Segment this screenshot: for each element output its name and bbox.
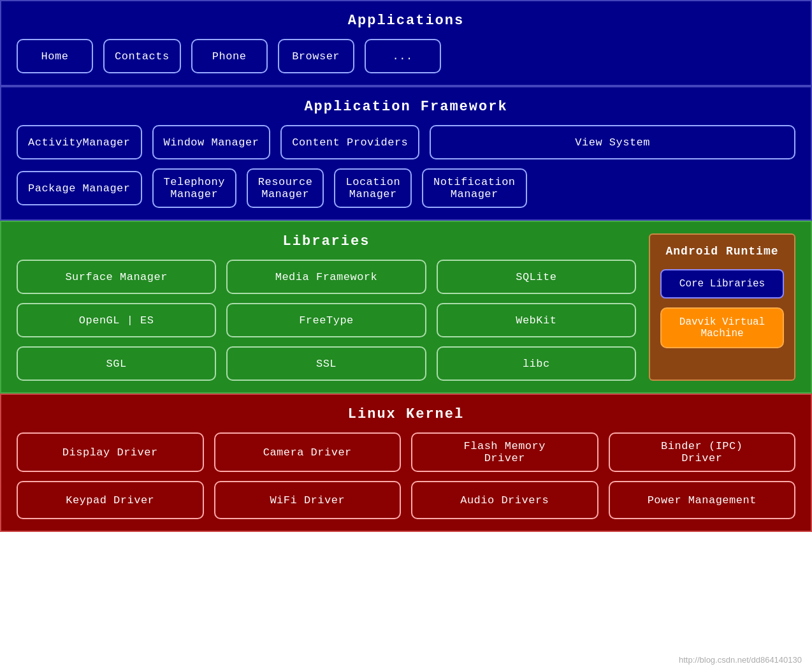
fw-activity-manager: ActivityManager: [17, 125, 142, 159]
drv-binder: Binder (IPC)Driver: [609, 432, 796, 472]
fw-content-providers: Content Providers: [280, 125, 419, 159]
lib-surface-manager: Surface Manager: [17, 260, 216, 294]
drv-audio: Audio Drivers: [411, 481, 598, 519]
lib-freetype: FreeType: [226, 303, 426, 337]
lib-row2: OpenGL | ES FreeType WebKit: [17, 303, 636, 337]
framework-title: Application Framework: [17, 99, 795, 115]
libraries-title: Libraries: [17, 233, 636, 249]
lib-ssl: SSL: [226, 346, 426, 381]
fw-resource-manager: ResourceManager: [247, 168, 324, 208]
watermark: http://blog.csdn.net/dd864140130: [679, 655, 802, 665]
app-home: Home: [17, 39, 93, 73]
libraries-layer: Libraries Surface Manager Media Framewor…: [0, 221, 812, 394]
fw-location-manager: LocationManager: [334, 168, 412, 208]
framework-layer: Application Framework ActivityManager Wi…: [0, 86, 812, 221]
drv-flash-memory: Flash MemoryDriver: [411, 432, 598, 472]
applications-title: Applications: [17, 13, 795, 29]
fw-telephony-manager: TelephonyManager: [152, 168, 236, 208]
app-more: ...: [365, 39, 441, 73]
drv-keypad: Keypad Driver: [17, 481, 204, 519]
drv-display: Display Driver: [17, 432, 204, 472]
kernel-title: Linux Kernel: [17, 406, 795, 422]
app-contacts: Contacts: [103, 39, 181, 73]
applications-layer: Applications Home Contacts Phone Browser…: [0, 0, 812, 86]
core-libraries: Core Libraries: [660, 269, 784, 299]
fw-view-system: View System: [430, 125, 795, 159]
applications-row: Home Contacts Phone Browser ...: [17, 39, 795, 73]
lib-libc: libc: [437, 346, 636, 381]
fw-notification-manager: NotificationManager: [422, 168, 526, 208]
drv-camera: Camera Driver: [214, 432, 402, 472]
lib-row3: SGL SSL libc: [17, 346, 636, 381]
lib-row1: Surface Manager Media Framework SQLite: [17, 260, 636, 294]
kernel-row2: Keypad Driver WiFi Driver Audio Drivers …: [17, 481, 795, 519]
fw-package-manager: Package Manager: [17, 171, 142, 205]
lib-opengl: OpenGL | ES: [17, 303, 216, 337]
app-phone: Phone: [191, 39, 268, 73]
lib-sqlite: SQLite: [437, 260, 636, 294]
kernel-row1: Display Driver Camera Driver Flash Memor…: [17, 432, 795, 472]
framework-row1: ActivityManager Window Manager Content P…: [17, 125, 795, 159]
fw-window-manager: Window Manager: [152, 125, 271, 159]
android-runtime-title: Android Runtime: [665, 245, 778, 258]
lib-webkit: WebKit: [437, 303, 636, 337]
drv-wifi: WiFi Driver: [214, 481, 402, 519]
framework-row2: Package Manager TelephonyManager Resourc…: [17, 168, 795, 208]
kernel-layer: Linux Kernel Display Driver Camera Drive…: [0, 394, 812, 532]
libraries-content: Libraries Surface Manager Media Framewor…: [17, 233, 649, 381]
app-browser: Browser: [278, 39, 354, 73]
android-runtime-panel: Android Runtime Core Libraries Davvik Vi…: [649, 233, 795, 381]
dalvik-vm: Davvik VirtualMachine: [660, 307, 784, 348]
lib-media-framework: Media Framework: [226, 260, 426, 294]
drv-power: Power Management: [609, 481, 796, 519]
lib-sgl: SGL: [17, 346, 216, 381]
